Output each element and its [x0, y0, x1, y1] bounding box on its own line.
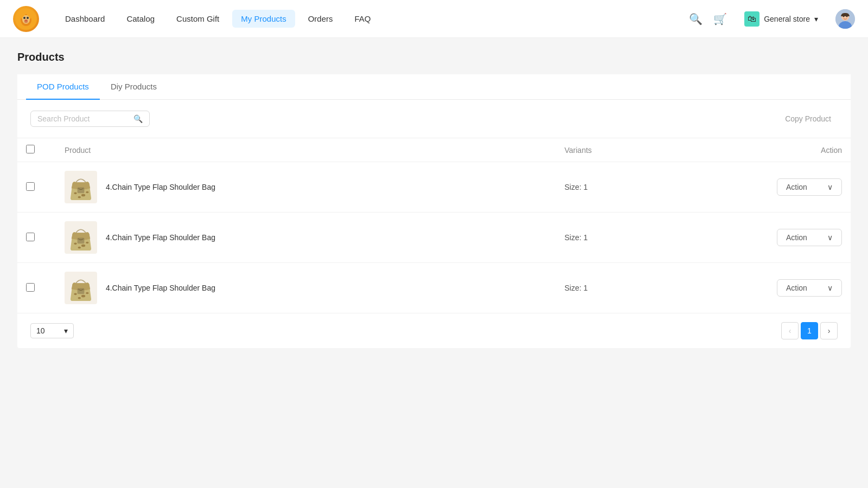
svg-point-27 [86, 292, 88, 294]
prev-page-button[interactable]: ‹ [781, 322, 799, 339]
store-name: General store [764, 15, 810, 23]
row-action-cell: Action ∨ [723, 162, 851, 213]
page-size-value: 10 [36, 326, 45, 335]
product-name: 4.Chain Type Flap Shoulder Bag [106, 233, 215, 242]
svg-point-5 [23, 17, 25, 19]
products-container: POD Products Diy Products 🔍 Copy Product… [17, 74, 851, 348]
product-name: 4.Chain Type Flap Shoulder Bag [106, 183, 215, 191]
row-checkbox[interactable] [26, 283, 35, 292]
svg-point-26 [78, 297, 80, 299]
row-action-cell: Action ∨ [723, 213, 851, 263]
svg-point-21 [78, 247, 80, 249]
svg-point-24 [74, 293, 76, 296]
search-submit-icon[interactable]: 🔍 [133, 114, 143, 123]
nav-faq[interactable]: FAQ [346, 10, 379, 28]
col-checkbox [17, 138, 56, 162]
table-header-row: Product Variants Action [17, 138, 851, 162]
header-right: 🔍 🛒 🛍 General store ▾ [689, 8, 855, 30]
table-row: 4.Chain Type Flap Shoulder Bag Size: 1 A… [17, 263, 851, 313]
search-box[interactable]: 🔍 [30, 111, 150, 127]
nav-orders[interactable]: Orders [299, 10, 342, 28]
avatar[interactable] [835, 9, 855, 29]
row-checkbox-cell [17, 213, 56, 263]
table-row: 4.Chain Type Flap Shoulder Bag Size: 1 A… [17, 213, 851, 263]
tab-pod-products[interactable]: POD Products [26, 74, 100, 100]
svg-point-22 [86, 242, 88, 244]
row-variants-cell: Size: 1 [556, 162, 722, 213]
products-table: Product Variants Action 4.Chain Type Fla… [17, 138, 851, 313]
row-product-cell: 4.Chain Type Flap Shoulder Bag [56, 263, 556, 313]
row-checkbox-cell [17, 263, 56, 313]
svg-point-19 [74, 243, 76, 245]
product-name: 4.Chain Type Flap Shoulder Bag [106, 284, 215, 292]
store-selector[interactable]: 🛍 General store ▾ [738, 8, 825, 30]
action-dropdown-button[interactable]: Action ∨ [777, 279, 842, 297]
table-row: 4.Chain Type Flap Shoulder Bag Size: 1 A… [17, 162, 851, 213]
row-product-cell: 4.Chain Type Flap Shoulder Bag [56, 162, 556, 213]
col-action: Action [723, 138, 851, 162]
action-dropdown-button[interactable]: Action ∨ [777, 229, 842, 246]
store-dropdown-icon: ▾ [814, 15, 818, 23]
svg-point-20 [81, 245, 85, 247]
variants-value: Size: 1 [564, 233, 588, 242]
variants-value: Size: 1 [564, 284, 588, 292]
row-variants-cell: Size: 1 [556, 263, 722, 313]
row-checkbox[interactable] [26, 182, 35, 191]
cart-icon[interactable]: 🛒 [713, 12, 727, 25]
svg-point-15 [81, 194, 85, 197]
svg-rect-18 [78, 237, 85, 243]
svg-point-25 [81, 295, 85, 298]
svg-point-6 [27, 17, 29, 19]
col-product: Product [56, 138, 556, 162]
product-image [65, 221, 97, 254]
tabs: POD Products Diy Products [17, 74, 851, 100]
svg-point-16 [78, 196, 80, 198]
svg-point-14 [74, 192, 76, 195]
search-icon[interactable]: 🔍 [689, 12, 703, 25]
product-image [65, 171, 97, 203]
page-size-chevron-icon: ▾ [64, 326, 68, 335]
page-1-button[interactable]: 1 [801, 322, 818, 339]
row-variants-cell: Size: 1 [556, 213, 722, 263]
nav-catalog[interactable]: Catalog [118, 10, 163, 28]
page-size-selector[interactable]: 10 ▾ [30, 323, 74, 338]
action-dropdown-button[interactable]: Action ∨ [777, 178, 842, 196]
product-cell: 4.Chain Type Flap Shoulder Bag [65, 171, 547, 203]
variants-value: Size: 1 [564, 183, 588, 191]
search-input[interactable] [37, 114, 133, 123]
logo-icon [13, 6, 39, 32]
main-content: Products POD Products Diy Products 🔍 Cop… [0, 38, 868, 488]
action-chevron-icon: ∨ [827, 284, 833, 292]
svg-rect-23 [78, 288, 85, 294]
pagination: 10 ▾ ‹ 1 › [17, 313, 851, 348]
tab-diy-products[interactable]: Diy Products [100, 74, 168, 100]
product-cell: 4.Chain Type Flap Shoulder Bag [65, 272, 547, 304]
header: Dashboard Catalog Custom Gift My Product… [0, 0, 868, 38]
product-cell: 4.Chain Type Flap Shoulder Bag [65, 221, 547, 254]
svg-point-7 [24, 20, 28, 22]
row-checkbox-cell [17, 162, 56, 213]
nav-my-products[interactable]: My Products [232, 10, 295, 28]
row-checkbox[interactable] [26, 233, 35, 241]
store-icon: 🛍 [744, 11, 760, 27]
toolbar: 🔍 Copy Product [17, 100, 851, 138]
action-chevron-icon: ∨ [827, 233, 833, 242]
action-label: Action [786, 233, 807, 242]
svg-point-17 [86, 191, 88, 194]
action-label: Action [786, 183, 807, 191]
row-product-cell: 4.Chain Type Flap Shoulder Bag [56, 213, 556, 263]
pagination-buttons: ‹ 1 › [781, 322, 838, 339]
page-title: Products [17, 51, 851, 63]
select-all-checkbox[interactable] [26, 145, 35, 153]
main-nav: Dashboard Catalog Custom Gift My Product… [56, 10, 689, 28]
nav-dashboard[interactable]: Dashboard [56, 10, 113, 28]
col-variants: Variants [556, 138, 722, 162]
copy-product-button[interactable]: Copy Product [778, 111, 838, 126]
action-chevron-icon: ∨ [827, 183, 833, 191]
nav-custom-gift[interactable]: Custom Gift [168, 10, 228, 28]
svg-rect-13 [78, 187, 85, 193]
logo[interactable] [13, 6, 39, 32]
product-image [65, 272, 97, 304]
next-page-button[interactable]: › [820, 322, 838, 339]
row-action-cell: Action ∨ [723, 263, 851, 313]
